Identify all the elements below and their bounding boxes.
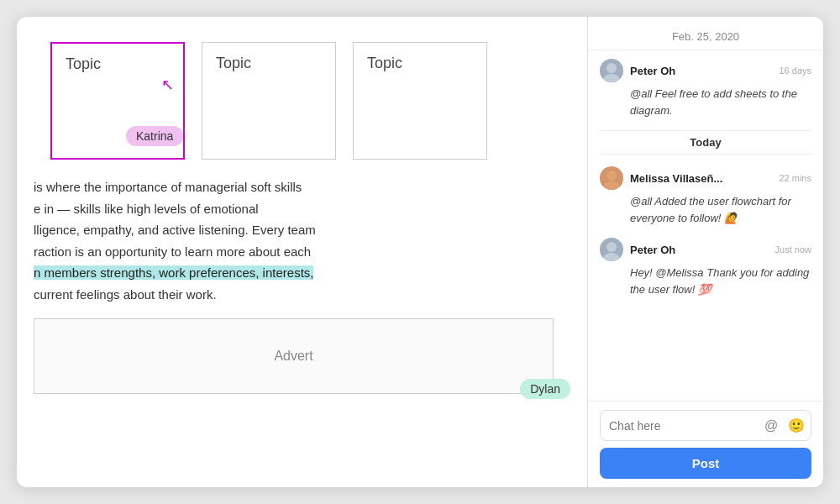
katrina-user-label: Katrina [126,126,183,146]
canvas-text-content: is where the importance of managerial so… [17,160,587,305]
body-text-4: raction is an opportunity to learn more … [34,244,311,259]
chat-date-header: Feb. 25, 2020 [588,17,823,50]
avatar-peter-today [600,238,623,261]
body-text-5: current feelings about their work. [34,287,217,302]
message-body-peter-today: Hey! @Melissa Thank you for adding the u… [630,265,811,297]
sender-peter-today: Peter Oh [630,244,769,256]
body-text-3: lligence, empathy, and active listening.… [34,223,316,237]
body-text-highlight: n members strengths, work preferences, i… [34,265,313,280]
post-button[interactable]: Post [600,448,811,479]
chat-input-row[interactable]: @ 🙂 [600,410,811,441]
svg-point-2 [606,171,617,181]
chat-message-peter-old: Peter Oh 16 days @all Feel free to add s… [600,59,811,118]
message-body-melissa: @all Added the user flowchart for everyo… [630,193,811,226]
dylan-user-label: Dylan [520,379,570,399]
svg-point-3 [603,181,620,190]
topic-label-3: Topic [367,55,402,72]
chat-message-melissa: Melissa Villaseñ... 22 mins @all Added t… [600,166,811,226]
body-text-2: e in — skills like high levels of emotio… [34,202,259,216]
canvas-area: Topic ↖ Topic Topic Katrina is where the… [17,17,588,487]
avatar-peter-old [600,59,623,82]
topic-box-3[interactable]: Topic [353,42,487,160]
sender-peter-old: Peter Oh [630,65,772,77]
message-header-peter-old: Peter Oh 16 days [600,59,811,82]
chat-message-peter-today: Peter Oh Just now Hey! @Melissa Thank yo… [600,238,811,297]
svg-point-1 [603,74,620,82]
today-section-header: Today [600,130,811,155]
emoji-icon-button[interactable]: 🙂 [786,417,806,433]
svg-point-4 [606,242,617,252]
topic-label-2: Topic [216,55,251,72]
main-container: Topic ↖ Topic Topic Katrina is where the… [17,17,823,487]
advert-label: Advert [274,349,312,364]
avatar-melissa [600,166,623,190]
message-header-melissa: Melissa Villaseñ... 22 mins [600,166,811,190]
topic-label-1: Topic [66,55,101,73]
chat-messages-list[interactable]: Peter Oh 16 days @all Feel free to add s… [588,50,823,401]
svg-point-5 [603,253,620,261]
sender-melissa: Melissa Villaseñ... [630,172,772,185]
chat-input-area: @ 🙂 Post [588,401,823,487]
svg-point-0 [606,63,617,73]
advert-box: Advert [34,318,554,394]
katrina-cursor-icon: ↖ [161,76,174,94]
message-body-peter-old: @all Feel free to add sheets to the diag… [630,86,811,118]
chat-input[interactable] [609,419,756,433]
at-icon-button[interactable]: @ [763,418,780,433]
chat-panel: Feb. 25, 2020 Peter Oh 16 days @all Feel… [588,17,823,487]
body-text-1: is where the importance of managerial so… [34,180,302,194]
topic-box-2[interactable]: Topic [202,42,336,160]
message-header-peter-today: Peter Oh Just now [600,238,811,261]
topic-boxes-row: Topic ↖ Topic Topic [17,17,587,160]
